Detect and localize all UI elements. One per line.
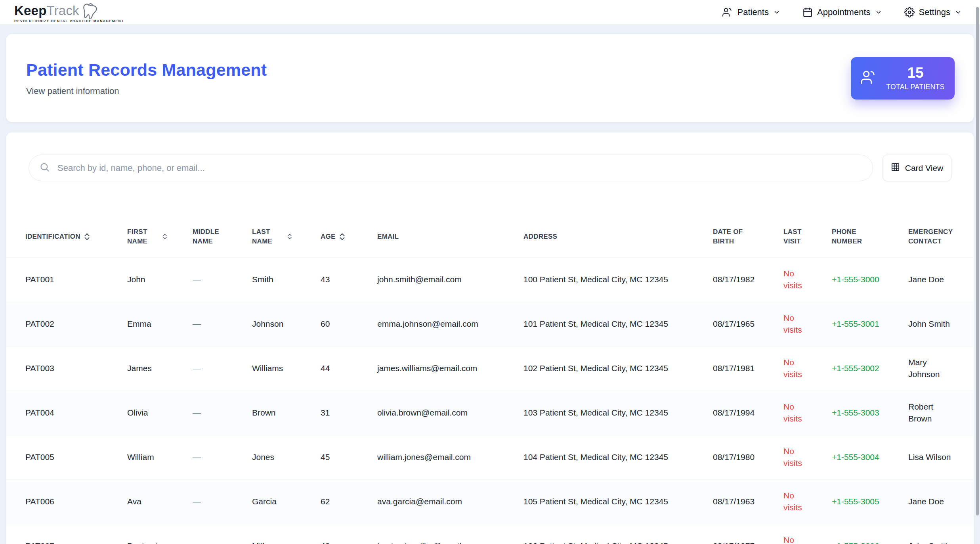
cell-date-of-birth: 08/17/1982 [694, 257, 764, 302]
chevron-down-icon [955, 9, 962, 16]
cell-email: emma.johnson@email.com [358, 302, 504, 346]
cell-phone-number: +1-555-3001 [813, 302, 889, 346]
cell-last-visit: No visits [764, 257, 813, 302]
table-header-row: Identification First Name Middle Name La… [6, 216, 974, 257]
cell-identification: PAT001 [6, 257, 108, 302]
column-header-identification[interactable]: Identification [6, 216, 108, 257]
cell-last-name: Johnson [233, 302, 302, 346]
nav-settings-label: Settings [919, 7, 951, 17]
cell-identification: PAT004 [6, 391, 108, 435]
cell-address: 100 Patient St, Medical City, MC 12345 [504, 257, 694, 302]
phone-link[interactable]: +1-555-3006 [832, 541, 879, 544]
column-header-emergency-contact: Emergency Contact [889, 216, 974, 257]
users-icon [861, 69, 877, 87]
cell-email: ava.garcia@email.com [358, 479, 504, 524]
nav-appointments[interactable]: Appointments [802, 7, 882, 17]
brand-logo[interactable]: KeepTrack REVOLUTIONIZE DENTAL PRACTICE … [14, 1, 124, 23]
cell-middle-name: — [174, 302, 233, 346]
card-view-label: Card View [905, 163, 944, 173]
cell-identification: PAT006 [6, 479, 108, 524]
column-header-middle-name: Middle Name [174, 216, 233, 257]
total-patients-value: 15 [907, 65, 923, 80]
cell-address: 102 Patient St, Medical City, MC 12345 [504, 346, 694, 391]
grid-icon [891, 163, 900, 174]
column-header-last-name[interactable]: Last Name [233, 216, 302, 257]
cell-first-name: John [108, 257, 174, 302]
table-row: PAT003 James — Williams 44 james.william… [6, 346, 974, 391]
phone-link[interactable]: +1-555-3003 [832, 408, 879, 417]
phone-link[interactable]: +1-555-3005 [832, 497, 879, 506]
cell-emergency-contact: Robert Brown [889, 391, 974, 435]
users-icon [722, 7, 733, 17]
sort-icon [84, 233, 90, 241]
no-visits-badge: No visits [783, 401, 810, 425]
cell-last-name: Williams [233, 346, 302, 391]
nav-settings[interactable]: Settings [904, 7, 962, 17]
cell-first-name: William [108, 435, 174, 479]
cell-first-name: Benjamin [108, 524, 174, 544]
nav-patients[interactable]: Patients [722, 7, 780, 17]
cell-phone-number: +1-555-3003 [813, 391, 889, 435]
cell-last-name: Jones [233, 435, 302, 479]
cell-email: james.williams@email.com [358, 346, 504, 391]
phone-link[interactable]: +1-555-3000 [832, 275, 879, 284]
cell-identification: PAT002 [6, 302, 108, 346]
brand-name-primary: Keep [14, 3, 47, 18]
cell-date-of-birth: 08/17/1977 [694, 524, 764, 544]
top-navbar: KeepTrack REVOLUTIONIZE DENTAL PRACTICE … [0, 0, 980, 25]
search-icon [39, 162, 50, 174]
cell-middle-name: — [174, 391, 233, 435]
cell-date-of-birth: 08/17/1981 [694, 346, 764, 391]
page-scrollbar [975, 0, 980, 544]
cell-last-visit: No visits [764, 524, 813, 544]
patients-table: Identification First Name Middle Name La… [6, 216, 974, 544]
cell-address: 101 Patient St, Medical City, MC 12345 [504, 302, 694, 346]
cell-identification: PAT007 [6, 524, 108, 544]
cell-date-of-birth: 08/17/1963 [694, 479, 764, 524]
column-header-age[interactable]: Age [302, 216, 358, 257]
tooth-logo-icon [80, 2, 99, 20]
scrollbar-thumb[interactable] [976, 7, 979, 515]
card-view-button[interactable]: Card View [883, 155, 951, 181]
cell-age: 62 [302, 479, 358, 524]
cell-middle-name: — [174, 524, 233, 544]
cell-phone-number: +1-555-3005 [813, 479, 889, 524]
cell-last-visit: No visits [764, 479, 813, 524]
table-row: PAT002 Emma — Johnson 60 emma.johnson@em… [6, 302, 974, 346]
no-visits-badge: No visits [783, 356, 810, 380]
chevron-down-icon [875, 9, 882, 16]
cell-middle-name: — [174, 257, 233, 302]
column-header-first-name[interactable]: First Name [108, 216, 174, 257]
table-row: PAT004 Olivia — Brown 31 olivia.brown@em… [6, 391, 974, 435]
cell-address: 105 Patient St, Medical City, MC 12345 [504, 479, 694, 524]
table-row: PAT006 Ava — Garcia 62 ava.garcia@email.… [6, 479, 974, 524]
gear-icon [904, 7, 915, 17]
table-row: PAT005 William — Jones 45 william.jones@… [6, 435, 974, 479]
no-visits-badge: No visits [783, 445, 810, 469]
cell-emergency-contact: Lisa Wilson [889, 435, 974, 479]
brand-name-secondary: Track [47, 3, 79, 18]
column-header-address: Address [504, 216, 694, 257]
brand-tagline: REVOLUTIONIZE DENTAL PRACTICE MANAGEMENT [14, 19, 124, 23]
cell-emergency-contact: John Smith [889, 524, 974, 544]
search-input[interactable] [57, 163, 873, 174]
cell-emergency-contact: Jane Doe [889, 257, 974, 302]
phone-link[interactable]: +1-555-3004 [832, 452, 879, 462]
no-visits-badge: No visits [783, 312, 810, 336]
cell-phone-number: +1-555-3004 [813, 435, 889, 479]
cell-first-name: Emma [108, 302, 174, 346]
cell-age: 45 [302, 435, 358, 479]
phone-link[interactable]: +1-555-3001 [832, 319, 879, 328]
cell-email: william.jones@email.com [358, 435, 504, 479]
table-toolbar: Card View [6, 155, 974, 181]
phone-link[interactable]: +1-555-3002 [832, 364, 879, 373]
column-header-last-visit: Last Visit [764, 216, 813, 257]
cell-middle-name: — [174, 435, 233, 479]
cell-first-name: James [108, 346, 174, 391]
cell-middle-name: — [174, 346, 233, 391]
patients-table-card: Card View Identification First Name Midd… [6, 132, 974, 544]
cell-first-name: Olivia [108, 391, 174, 435]
column-header-phone-number: Phone Number [813, 216, 889, 257]
search-box[interactable] [29, 155, 873, 181]
cell-phone-number: +1-555-3000 [813, 257, 889, 302]
